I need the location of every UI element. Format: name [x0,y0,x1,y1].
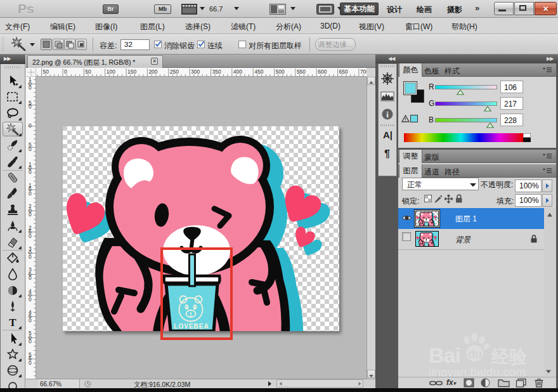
svg-text:650: 650 [339,69,348,75]
svg-text:du: du [468,348,482,360]
svg-text:500: 500 [276,69,285,75]
svg-text:450: 450 [254,69,263,75]
svg-text:i: i [386,110,389,119]
svg-text:0: 0 [29,169,32,175]
svg-text:0: 0 [29,84,32,91]
svg-text:100: 100 [107,69,115,75]
svg-text:50: 50 [43,69,49,75]
svg-text:400: 400 [233,69,242,75]
svg-text:0: 0 [29,190,32,197]
svg-text:150: 150 [127,69,136,75]
svg-text:0: 0 [29,317,32,323]
svg-text:0: 0 [29,233,32,239]
svg-text:0: 0 [29,211,32,218]
svg-text:0: 0 [29,296,32,303]
svg-text:700: 700 [360,69,367,75]
svg-text:0: 0 [29,360,32,366]
svg-text:300: 300 [191,69,200,75]
svg-text:550: 550 [297,69,306,75]
svg-text:50: 50 [85,69,91,75]
svg-text:0: 0 [64,69,67,75]
svg-text:350: 350 [212,69,221,75]
svg-text:0: 0 [29,103,32,110]
svg-text:600: 600 [318,69,327,75]
svg-text:0: 0 [29,254,32,260]
svg-text:0: 0 [29,146,32,152]
svg-text:250: 250 [170,69,179,75]
svg-text:200: 200 [148,69,157,75]
svg-text:0: 0 [29,275,32,281]
svg-text:0: 0 [29,338,32,344]
svg-text:T: T [9,317,16,329]
svg-text:0: 0 [29,122,32,129]
